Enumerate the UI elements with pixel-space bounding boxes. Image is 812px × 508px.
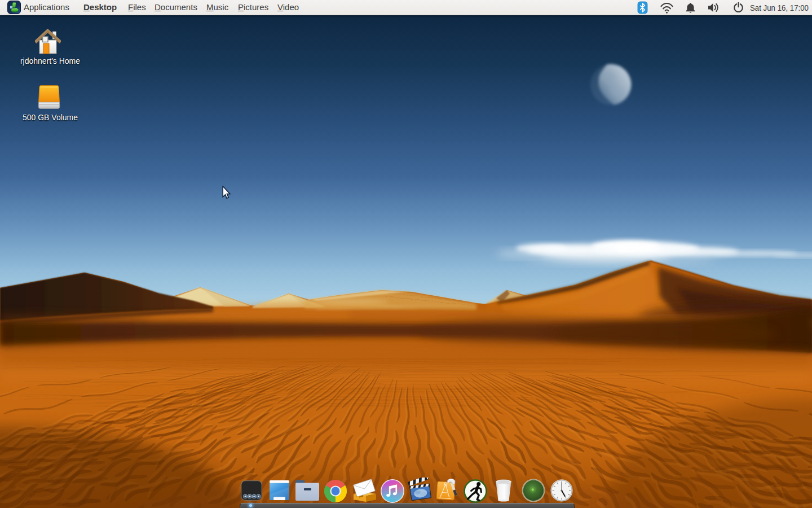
svg-text:Sat Jun 16, 17:00: Sat Jun 16, 17:00 xyxy=(750,3,809,12)
